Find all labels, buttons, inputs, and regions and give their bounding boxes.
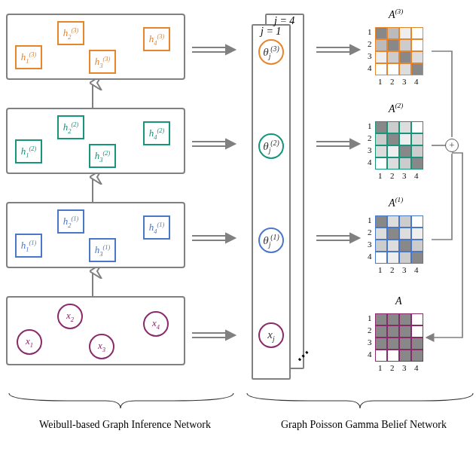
node-h3-1: h3(1) bbox=[89, 238, 116, 262]
node-x3: x3 bbox=[89, 334, 114, 359]
node-h2-1: h2(1) bbox=[57, 209, 84, 234]
caption-right: Graph Poisson Gamma Belief Network bbox=[262, 419, 465, 431]
aggregate-plus-icon: + bbox=[445, 139, 459, 152]
node-h1-3: h1(3) bbox=[15, 45, 42, 69]
matrix-A-label: A bbox=[395, 295, 402, 307]
theta-1: θj(1) bbox=[258, 228, 284, 253]
node-h1-1: h1(1) bbox=[15, 234, 42, 258]
matrix-A1-label: A(1) bbox=[389, 196, 403, 209]
node-x2: x2 bbox=[57, 304, 83, 329]
node-h4-1: h4(1) bbox=[143, 215, 170, 240]
panel-h1: h1(1) h2(1) h3(1) h4(1) bbox=[6, 202, 185, 268]
node-h4-2: h4(2) bbox=[143, 121, 170, 145]
node-h3-2: h3(2) bbox=[89, 144, 116, 168]
caption-left: Weibull-based Graph Inference Network bbox=[27, 419, 223, 431]
matrix-A1: A(1) 1234 1234 bbox=[375, 215, 423, 264]
node-h2-2: h2(2) bbox=[57, 115, 84, 139]
node-x4: x4 bbox=[143, 311, 169, 337]
stack-label-front: j = 1 bbox=[261, 26, 281, 38]
x-j: xj bbox=[258, 322, 284, 348]
node-h2-3: h2(3) bbox=[57, 21, 84, 45]
node-h4-3: h4(3) bbox=[143, 27, 170, 51]
panel-x: x1 x2 x3 x4 bbox=[6, 296, 185, 365]
matrix-A2: A(2) 1234 1234 bbox=[375, 121, 423, 170]
matrix-A: A 1234 1234 bbox=[375, 313, 423, 362]
matrix-A2-label: A(2) bbox=[389, 102, 403, 115]
matrix-A3-label: A(3) bbox=[389, 8, 403, 21]
panel-h2: h1(2) h2(2) h3(2) h4(2) bbox=[6, 108, 185, 174]
node-h3-3: h3(3) bbox=[89, 50, 116, 74]
panel-h3: h1(3) h2(3) h3(3) h4(3) bbox=[6, 14, 185, 80]
diagram-root: h1(3) h2(3) h3(3) h4(3) h1(2) h2(2) h3(2… bbox=[0, 0, 476, 449]
theta-2: θj(2) bbox=[258, 133, 284, 159]
matrix-A3: A(3) 1234 1234 bbox=[375, 27, 423, 75]
theta-3: θj(3) bbox=[258, 39, 284, 65]
node-x1: x1 bbox=[17, 329, 42, 355]
node-h1-2: h1(2) bbox=[15, 139, 42, 163]
